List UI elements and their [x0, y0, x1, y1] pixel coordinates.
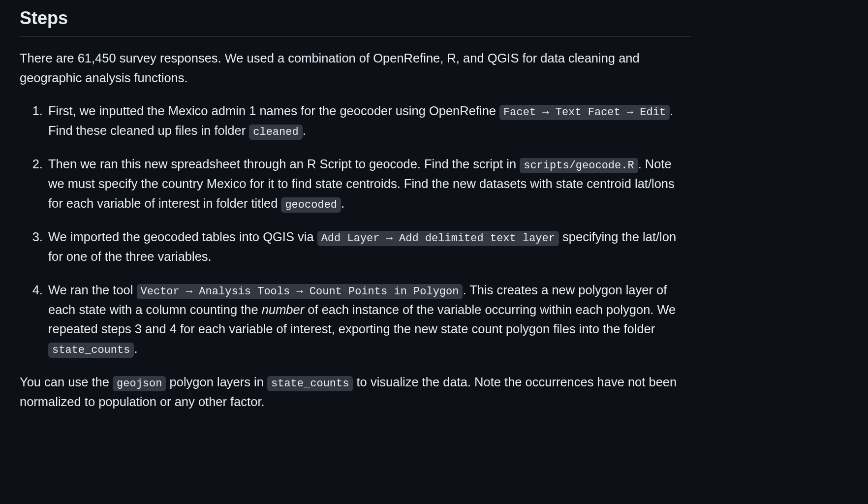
- step-3: We imported the geocoded tables into QGI…: [46, 227, 691, 267]
- code-geojson: geojson: [113, 376, 166, 391]
- code-vector-tool: Vector → Analysis Tools → Count Points i…: [137, 284, 463, 299]
- step-text: .: [134, 342, 137, 355]
- step-text: We imported the geocoded tables into QGI…: [48, 230, 317, 244]
- markdown-article: Steps There are 61,450 survey responses.…: [20, 5, 691, 411]
- intro-paragraph: There are 61,450 survey responses. We us…: [20, 49, 691, 88]
- step-text: We ran the tool: [48, 283, 137, 297]
- code-geocoded: geocoded: [281, 197, 341, 213]
- outro-paragraph: You can use the geojson polygon layers i…: [20, 373, 691, 412]
- step-1: First, we inputted the Mexico admin 1 na…: [46, 101, 691, 141]
- emphasis-number: number: [262, 303, 304, 316]
- code-facet: Facet → Text Facet → Edit: [499, 105, 670, 120]
- code-add-layer: Add Layer → Add delimited text layer: [317, 231, 559, 246]
- steps-list: First, we inputted the Mexico admin 1 na…: [46, 101, 691, 359]
- step-text: .: [303, 124, 306, 137]
- step-text: First, we inputted the Mexico admin 1 na…: [48, 104, 499, 118]
- step-2: Then we ran this new spreadsheet through…: [46, 155, 691, 214]
- step-4: We ran the tool Vector → Analysis Tools …: [46, 281, 691, 359]
- code-state-counts-outro: state_counts: [267, 376, 353, 391]
- outro-text: You can use the: [20, 375, 113, 389]
- steps-heading: Steps: [20, 5, 691, 37]
- outro-text: polygon layers in: [166, 375, 267, 389]
- code-cleaned: cleaned: [249, 125, 302, 140]
- step-text: .: [341, 196, 344, 210]
- step-text: Then we ran this new spreadsheet through…: [48, 157, 520, 171]
- code-geocode-script: scripts/geocode.R: [520, 158, 638, 173]
- code-state-counts: state_counts: [48, 343, 134, 358]
